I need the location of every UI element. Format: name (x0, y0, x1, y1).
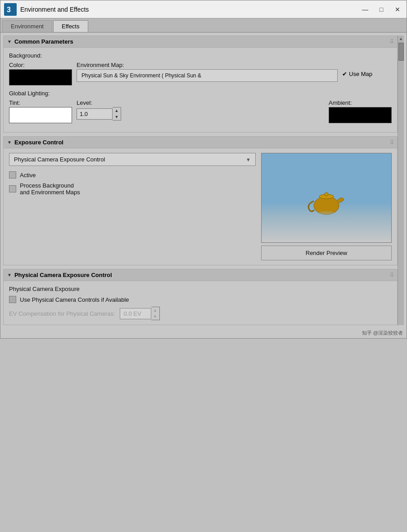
section-exposure-body: Physical Camera Exposure Control ▼ Activ… (4, 148, 397, 265)
use-map-label: Use Map (349, 71, 372, 77)
app-logo: 3 (4, 3, 17, 16)
tint-color-swatch[interactable] (9, 107, 72, 123)
tab-environment[interactable]: Environment (2, 20, 52, 32)
level-input[interactable] (77, 108, 113, 120)
section-toggle-icon[interactable]: ▼ (7, 39, 12, 44)
ev-spinner: ▲ ▼ (120, 307, 160, 320)
ev-input[interactable] (120, 308, 151, 319)
watermark: 知乎 @渲染狡狡者 (0, 328, 407, 338)
tab-effects[interactable]: Effects (53, 20, 88, 32)
background-row: Color: Environment Map: Physical Sun & S… (9, 62, 392, 85)
background-color-swatch[interactable] (9, 69, 72, 85)
title-bar: 3 Environment and Effects — □ ✕ (0, 0, 407, 18)
ev-arrows: ▲ ▼ (151, 307, 160, 320)
background-label: Background: (9, 52, 392, 59)
level-label: Level: (77, 99, 121, 106)
ev-row: EV Compensation for Physical Cameras: ▲ … (9, 307, 392, 320)
window-controls: — □ ✕ (360, 5, 403, 14)
section-exposure-grip-icon: ⠿ (390, 139, 393, 146)
svg-point-5 (317, 211, 336, 217)
exposure-row: Physical Camera Exposure Control ▼ Activ… (9, 153, 392, 260)
active-checkbox-row: Active (9, 171, 256, 179)
exposure-left: Physical Camera Exposure Control ▼ Activ… (9, 153, 256, 199)
minimize-button[interactable]: — (360, 5, 371, 14)
section-common-parameters-body: Background: Color: Environment Map: Phys… (4, 48, 397, 132)
section-exposure-toggle-icon[interactable]: ▼ (7, 140, 12, 145)
main-panel: ▼ Common Parameters ⠿ Background: Color: (3, 36, 398, 325)
ambient-group: Ambient: (329, 99, 392, 123)
section-exposure-control: ▼ Exposure Control ⠿ Physical Camera Exp… (3, 136, 398, 265)
section-common-parameters-title: Common Parameters (14, 38, 387, 45)
use-physical-label: Use Physical Camera Controls if Availabl… (20, 296, 129, 303)
color-label: Color: (9, 62, 72, 68)
color-group: Color: (9, 62, 72, 85)
active-checkbox[interactable] (9, 171, 16, 179)
use-map-group: ✔ Use Map (342, 62, 392, 77)
process-bg-checkbox[interactable] (9, 185, 16, 192)
level-down-arrow[interactable]: ▼ (113, 114, 121, 120)
section-grip-icon: ⠿ (390, 39, 393, 45)
scroll-up-button[interactable]: ▲ (398, 36, 404, 42)
use-physical-checkbox[interactable] (9, 296, 16, 303)
env-map-group: Environment Map: Physical Sun & Sky Envi… (77, 62, 338, 82)
global-lighting-row: Tint: Level: ▲ ▼ (9, 99, 392, 123)
ev-down-arrow[interactable]: ▼ (151, 313, 159, 320)
tint-label: Tint: (9, 99, 72, 106)
level-group: Level: ▲ ▼ (77, 99, 121, 121)
process-bg-label: Process Backgroundand Environment Maps (20, 182, 80, 196)
svg-point-4 (325, 192, 328, 196)
use-map-row: ✔ Use Map (342, 71, 372, 77)
section-physical-camera-body: Physical Camera Exposure Use Physical Ca… (4, 281, 397, 325)
tint-group: Tint: (9, 99, 72, 123)
level-spinner: ▲ ▼ (77, 107, 121, 121)
preview-area: Render Preview (261, 153, 392, 260)
level-arrows: ▲ ▼ (113, 107, 121, 121)
active-label: Active (20, 172, 36, 179)
process-bg-checkbox-row: Process Backgroundand Environment Maps (9, 182, 256, 196)
window-title: Environment and Effects (20, 6, 360, 13)
dropdown-arrow-icon: ▼ (246, 157, 251, 162)
use-physical-checkbox-row: Use Physical Camera Controls if Availabl… (9, 296, 392, 303)
render-preview-button[interactable]: Render Preview (261, 246, 392, 260)
use-map-check-icon: ✔ (342, 71, 347, 77)
ambient-color-swatch[interactable] (329, 107, 392, 123)
ev-label: EV Compensation for Physical Cameras: (9, 310, 115, 317)
section-exposure-header: ▼ Exposure Control ⠿ (4, 137, 397, 148)
content-area: ▼ Common Parameters ⠿ Background: Color: (0, 33, 407, 328)
scrollbar-thumb[interactable] (398, 43, 404, 61)
section-exposure-title: Exposure Control (14, 139, 387, 146)
section-physical-camera: ▼ Physical Camera Exposure Control ⠿ Phy… (3, 269, 398, 325)
ambient-label: Ambient: (329, 99, 392, 106)
global-lighting-label: Global Lighting: (9, 90, 392, 97)
svg-text:3: 3 (7, 6, 11, 13)
tabs-bar: Environment Effects (0, 18, 407, 33)
section-physical-camera-title: Physical Camera Exposure Control (14, 272, 387, 278)
section-physical-camera-header: ▼ Physical Camera Exposure Control ⠿ (4, 269, 397, 281)
close-button[interactable]: ✕ (392, 5, 403, 14)
section-common-parameters: ▼ Common Parameters ⠿ Background: Color: (3, 36, 398, 133)
section-physical-grip-icon: ⠿ (390, 272, 393, 278)
maximize-button[interactable]: □ (376, 5, 387, 14)
section-physical-toggle-icon[interactable]: ▼ (7, 273, 12, 277)
ev-up-arrow[interactable]: ▲ (151, 307, 159, 313)
teapot-svg (306, 188, 347, 218)
preview-image (261, 153, 392, 243)
level-up-arrow[interactable]: ▲ (113, 107, 121, 114)
env-map-label: Environment Map: (77, 62, 338, 68)
scrollbar[interactable]: ▲ (398, 36, 404, 325)
physical-sub-label: Physical Camera Exposure (9, 286, 392, 292)
exposure-type-value: Physical Camera Exposure Control (14, 156, 105, 163)
env-map-button[interactable]: Physical Sun & Sky Environment ( Physica… (77, 69, 338, 82)
section-common-parameters-header: ▼ Common Parameters ⠿ (4, 36, 397, 48)
exposure-type-dropdown[interactable]: Physical Camera Exposure Control ▼ (9, 153, 256, 166)
